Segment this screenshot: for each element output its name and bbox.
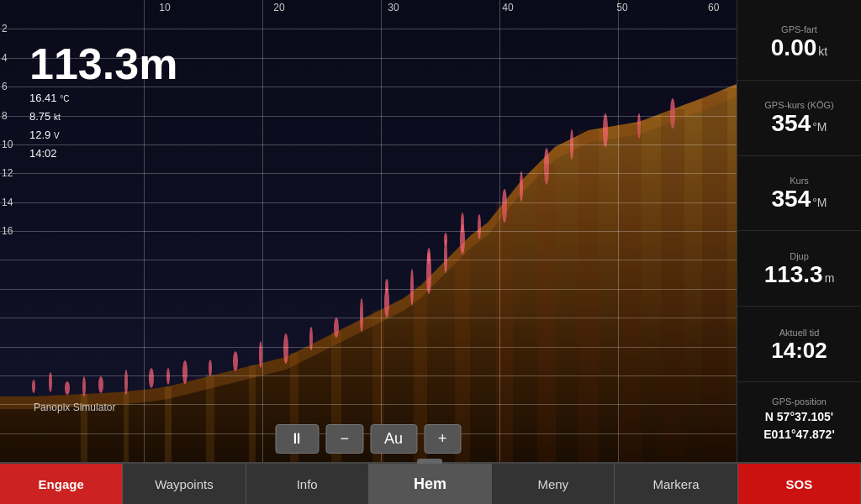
course-label: Kurs [790,176,809,186]
svg-point-28 [603,113,608,147]
meny-label: Meny [537,477,568,491]
depth-block: Djup 113.3m [737,231,861,307]
svg-point-23 [478,214,481,239]
nav-meny[interactable]: Meny [492,464,615,504]
zoom-out-button[interactable]: − [325,424,363,454]
gps-position-value: N 57°37.105'E011°47.872' [763,408,834,444]
info-label: Info [297,477,318,491]
waypoints-label: Waypoints [155,477,213,491]
sonar-display: 10 20 30 40 50 60 2 4 6 8 10 12 14 16 11… [0,0,737,462]
time-value: 14:02 [771,339,827,361]
zoom-in-button[interactable]: + [424,424,462,454]
svg-point-17 [360,298,363,332]
gps-speed-value: 0.00kt [771,36,827,60]
voltage-reading: 12.9 V [29,126,177,144]
svg-point-36 [32,380,35,393]
simulator-label: Panopix Simulator [34,402,115,413]
depth-12: 12 [2,167,13,179]
auto-button[interactable]: Au [370,424,417,454]
pause-button[interactable]: ⏸ [275,424,319,454]
svg-point-14 [283,333,288,364]
nav-sos[interactable]: SOS [738,464,861,504]
instrument-panel: GPS-fart 0.00kt GPS-kurs (KÖG) 354°M Kur… [737,0,861,462]
svg-point-4 [65,381,70,395]
depth-scale: 2 4 6 8 10 12 14 16 [0,0,25,462]
depth-8: 8 [2,110,8,122]
nav-markera[interactable]: Markera [615,464,737,504]
nav-info[interactable]: Info [246,464,369,504]
svg-point-8 [149,368,154,388]
depth-14: 14 [2,197,13,208]
dist-label-30: 30 [388,2,399,13]
gps-course-value: 354°M [772,112,827,135]
gps-position-label: GPS-position [772,396,827,407]
gps-course-block: GPS-kurs (KÖG) 354°M [737,81,861,156]
depth-2: 2 [2,23,8,34]
nav-waypoints[interactable]: Waypoints [123,464,246,504]
depth-label: Djup [790,251,809,261]
dist-label-40: 40 [502,2,513,13]
course-value: 354°M [772,187,827,211]
svg-point-34 [461,213,464,233]
main-depth-display: 113.3m [29,42,177,86]
dist-label-20: 20 [273,2,284,13]
gps-course-label: GPS-kurs (KÖG) [764,100,834,110]
svg-point-9 [166,368,170,385]
markera-label: Markera [653,477,700,491]
depth-10: 10 [2,139,13,150]
navigation-bar: Engage Waypoints Info Hem Meny Markera S… [0,462,861,504]
svg-point-33 [444,233,447,246]
depth-16: 16 [2,225,13,237]
hem-label: Hem [414,475,446,493]
depth-4: 4 [2,52,8,64]
nav-hem[interactable]: Hem [369,464,492,504]
distance-labels: 10 20 30 40 50 60 [25,0,737,17]
svg-point-19 [410,269,414,306]
time-reading: 14:02 [29,144,177,163]
engage-label: Engage [39,477,84,491]
sonar-info-overlay: 113.3m 16.41 °C 8.75 kt 12.9 V 14:02 [29,42,177,163]
depth-6: 6 [2,81,8,92]
sos-label: SOS [785,477,812,491]
time-block: Aktuell tid 14:02 [737,307,861,382]
dist-label-50: 50 [616,2,627,13]
sonar-controls[interactable]: ⏸ − Au + [275,424,461,454]
svg-point-6 [98,376,103,393]
gps-speed-block: GPS-fart 0.00kt [737,5,861,81]
svg-point-5 [82,376,86,396]
svg-point-25 [520,171,523,202]
svg-point-7 [124,370,128,395]
temp-reading: 16.41 °C [29,89,177,108]
course-block: Kurs 354°M [737,156,861,232]
dist-label-60: 60 [708,2,719,13]
nav-engage[interactable]: Engage [0,464,123,504]
gps-position-block: GPS-position N 57°37.105'E011°47.872' [737,382,861,457]
gps-speed-label: GPS-fart [781,24,817,34]
speed-reading: 8.75 kt [29,108,177,126]
svg-point-31 [385,279,388,292]
dist-label-10: 10 [159,2,170,13]
svg-point-12 [233,351,238,371]
depth-value: 113.3m [764,263,835,286]
svg-point-32 [427,248,430,265]
svg-point-10 [182,360,188,384]
time-label: Aktuell tid [779,328,820,338]
